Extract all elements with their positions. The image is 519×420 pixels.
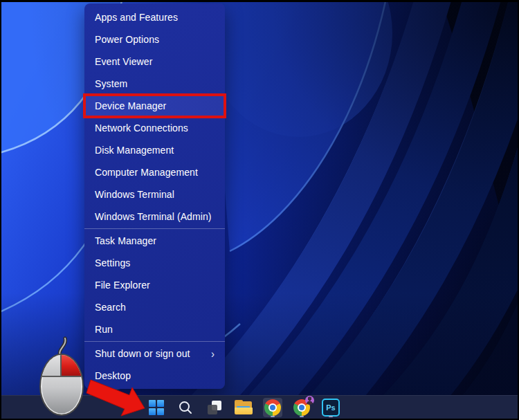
mouse-left-button (41, 355, 62, 377)
menu-item-label: Search (95, 302, 126, 313)
menu-item-windows-terminal[interactable]: Windows Terminal (84, 183, 225, 206)
menu-item-windows-terminal-admin[interactable]: Windows Terminal (Admin) (84, 206, 225, 228)
mouse-right-button-highlighted (62, 355, 82, 377)
taskbar-icons: Ps (147, 396, 340, 419)
menu-item-label: Run (95, 324, 113, 335)
menu-item-label: Settings (95, 257, 130, 268)
menu-item-label: Network Connections (95, 122, 188, 134)
win-x-menu: Apps and FeaturesPower OptionsEvent View… (84, 3, 225, 389)
menu-item-network-connections[interactable]: Network Connections (84, 117, 225, 139)
photoshop-icon-label: Ps (326, 403, 335, 412)
mouse-cord (38, 335, 86, 356)
menu-item-label: Event Viewer (95, 56, 152, 67)
menu-item-desktop[interactable]: Desktop (84, 365, 225, 387)
menu-item-label: Device Manager (95, 100, 166, 111)
menu-item-label: Disk Management (95, 145, 174, 156)
chrome-button[interactable] (263, 398, 282, 417)
menu-item-settings[interactable]: Settings (84, 252, 225, 274)
menu-item-power-options[interactable]: Power Options (84, 28, 225, 51)
task-view-icon (207, 400, 222, 415)
submenu-chevron-icon: › (211, 347, 215, 360)
menu-group: Apps and FeaturesPower OptionsEvent View… (84, 6, 225, 228)
menu-item-computer-management[interactable]: Computer Management (84, 161, 225, 183)
menu-item-label: System (95, 78, 127, 89)
menu-item-label: Power Options (95, 34, 159, 45)
desktop: Apps and FeaturesPower OptionsEvent View… (1, 2, 518, 419)
menu-item-label: Apps and Features (95, 12, 178, 23)
menu-item-label: Windows Terminal (Admin) (95, 211, 212, 222)
file-explorer-button[interactable] (234, 398, 253, 417)
search-icon (178, 400, 193, 415)
menu-item-run[interactable]: Run (84, 318, 225, 340)
mouse-body (39, 354, 84, 416)
task-view-button[interactable] (205, 398, 224, 417)
menu-item-disk-management[interactable]: Disk Management (84, 139, 225, 161)
start-button[interactable] (147, 398, 166, 417)
folder-icon (235, 400, 253, 414)
menu-item-device-manager[interactable]: Device Manager (84, 95, 225, 117)
menu-item-search[interactable]: Search (84, 296, 225, 318)
menu-item-label: File Explorer (95, 280, 150, 291)
photoshop-icon: Ps (322, 399, 340, 417)
photoshop-button[interactable]: Ps (321, 398, 340, 417)
menu-item-label: Shut down or sign out (95, 348, 190, 359)
profile-badge-icon (305, 396, 314, 405)
menu-item-label: Desktop (95, 370, 131, 381)
menu-item-task-manager[interactable]: Task Manager (84, 230, 225, 252)
menu-item-label: Windows Terminal (95, 189, 174, 200)
chrome-profile-button[interactable] (292, 398, 311, 417)
mouse-right-click-annotation (38, 335, 86, 417)
menu-item-apps-and-features[interactable]: Apps and Features (84, 6, 225, 28)
menu-group: Task ManagerSettingsFile ExplorerSearchR… (84, 228, 225, 340)
menu-item-system[interactable]: System (84, 73, 225, 95)
menu-item-file-explorer[interactable]: File Explorer (84, 274, 225, 296)
menu-group: Shut down or sign out›Desktop (84, 341, 225, 387)
menu-item-label: Task Manager (95, 235, 156, 246)
chrome-icon (264, 399, 281, 416)
menu-item-event-viewer[interactable]: Event Viewer (84, 51, 225, 73)
search-button[interactable] (176, 398, 195, 417)
windows-logo-icon (149, 400, 164, 415)
menu-item-shut-down-or-sign-out[interactable]: Shut down or sign out› (84, 343, 225, 365)
menu-item-label: Computer Management (95, 167, 198, 178)
